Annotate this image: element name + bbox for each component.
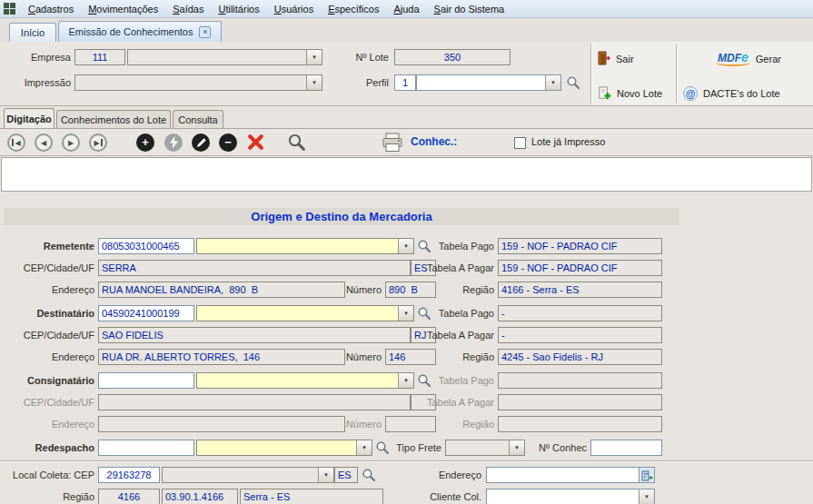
first-glyph: ◀ [15,139,20,147]
cliente-col-combo[interactable]: ▼ [486,489,655,504]
impressao-label: Impressão [7,74,71,91]
post-record-icon[interactable] [164,133,183,152]
novo-lote-button[interactable]: Novo Lote [598,84,662,104]
mdfe-logo-e: e [741,50,749,64]
gerar-button[interactable]: MDFe Gerar [716,49,781,69]
tab-emissao-de-conhecimentos[interactable]: Emissão de Conhecimentos × [58,21,222,42]
impressao-combo[interactable]: Digitação com Impressão em Lote ▼ [74,74,322,91]
close-icon[interactable]: × [199,26,211,38]
remetente-doc-input[interactable]: 08053031000465 [98,238,194,254]
chevron-down-icon[interactable]: ▼ [318,468,333,482]
coleta-regiao-cod-field: 4166 [98,489,160,504]
destinatario-tabela-pago-field: - [498,305,662,321]
search-icon[interactable] [566,75,580,90]
menu-cadastros[interactable]: Cadastros [21,2,81,16]
numero-label: Número [345,416,382,432]
menu-sair-do-sistema[interactable]: Sair do Sistema [427,2,512,16]
record-toolbar: ◀ ◀ ▶ ▶ + − Conhec.: Lote já Impresso [0,128,813,156]
menu-ajuda[interactable]: Ajuda [386,2,426,16]
last-glyph: ▶ [94,139,99,147]
redespacho-name-combo[interactable]: ▼ [196,440,372,456]
tab-consulta[interactable]: Consulta [173,110,223,128]
lote-impresso-checkbox[interactable] [514,137,526,149]
consignatario-regiao-field [498,416,662,432]
coleta-regiao-label: Região [0,489,94,504]
new-lote-icon [598,86,611,102]
tab-conhecimentos-do-lote[interactable]: Conhecimentos do Lote [56,110,171,128]
mdfe-logo: MDFe [716,50,750,68]
redespacho-doc-input[interactable] [98,440,194,456]
empresa-name-combo[interactable]: )... ▼ [127,49,322,65]
menu-especificos[interactable]: Específicos [321,2,386,16]
lote-label: Nº Lote [336,49,389,65]
regiao-label: Região [420,416,494,432]
chevron-down-icon[interactable]: ▼ [306,50,322,64]
chevron-down-icon[interactable]: ▼ [545,75,560,90]
tab-digitacao[interactable]: Digitação [4,108,55,128]
tipo-frete-combo[interactable]: A Pagar ▼ [445,440,525,456]
consignatario-tabela-pago-field [498,372,662,389]
destinatario-endereco-field: RUA DR. ALBERTO TORRES, 146 [98,349,345,365]
dacte-button[interactable]: @ DACTE's do Lote [683,84,780,104]
chevron-down-icon[interactable]: ▼ [306,75,322,90]
divider [0,460,813,462]
sub-tab-strip: Digitação Conhecimentos do Lote Consulta [0,106,813,128]
delete-record-icon[interactable]: − [219,133,237,152]
menu-movimentacoes[interactable]: Movimentações [81,2,165,16]
last-record-icon[interactable]: ▶ [89,133,107,152]
endereco-label: Endereço [4,416,94,432]
consignatario-label: Consignatário [4,372,94,389]
tab-conhecimentos-label: Conhecimentos do Lote [61,114,166,125]
consignatario-doc-input[interactable] [98,372,194,389]
destinatario-doc-input[interactable]: 04590241000199 [98,305,194,321]
divider [590,44,592,104]
cep-cidade-uf-label: CEP/Cidade/UF [4,394,94,410]
search-record-icon[interactable] [287,133,306,152]
no-conhec-input[interactable] [590,440,662,456]
chevron-down-icon[interactable]: ▼ [398,306,413,321]
cep-cidade-uf-label: CEP/Cidade/UF [4,327,94,343]
chevron-down-icon[interactable]: ▼ [398,373,413,388]
print-icon[interactable] [382,133,403,153]
remetente-label: Remetente [4,238,94,254]
prior-record-icon[interactable]: ◀ [35,133,53,152]
consignatario-name-combo[interactable]: ▼ [196,372,414,389]
tab-inicio[interactable]: Início [9,23,56,42]
remetente-name-combo[interactable]: ▼ [196,238,414,254]
dacte-icon: @ [683,86,698,101]
mdfe-logo-text: MDF [718,52,741,64]
empresa-code-field[interactable]: 111 [74,49,125,65]
next-record-icon[interactable]: ▶ [62,133,80,152]
search-icon[interactable] [362,468,376,482]
menu-saidas[interactable]: Saídas [165,2,211,16]
conhecimento-entry-area[interactable] [1,157,812,192]
chevron-down-icon[interactable]: ▼ [356,440,372,455]
cancel-icon[interactable] [246,133,265,152]
chevron-down-icon[interactable]: ▼ [398,239,413,253]
lote-field[interactable]: 350 [394,49,511,65]
add-record-icon[interactable]: + [136,133,154,152]
perfil-combo[interactable]: SUPERVISOR ▼ [416,74,561,91]
address-browse-icon[interactable] [639,468,654,482]
edit-record-icon[interactable] [192,133,210,152]
perfil-code-field[interactable]: 1 [394,74,416,91]
sair-button[interactable]: Sair [598,49,634,69]
tab-strip: Início Emissão de Conhecimentos × [0,18,813,42]
redespacho-label: Redespacho [4,440,94,456]
destinatario-name-combo[interactable]: S S LTDA ▼ [196,305,414,321]
lote-impresso-label: Lote já Impresso [531,136,605,147]
destinatario-cidade-field: SAO FIDELIS [98,327,411,343]
first-record-icon[interactable]: ◀ [7,133,25,152]
chevron-down-icon[interactable]: ▼ [639,489,654,504]
coleta-cep-input[interactable]: 29163278 [98,467,160,483]
chevron-down-icon[interactable]: ▼ [509,440,524,455]
menu-utilitarios[interactable]: Utilitários [211,2,266,16]
cep-cidade-uf-label: CEP/Cidade/UF [4,260,94,276]
coleta-endereco-input[interactable] [486,467,655,483]
app-icon [4,3,15,15]
tab-inicio-label: Início [21,27,45,38]
coleta-cidade-combo[interactable]: SERRA ▼ [162,467,334,483]
section-title: Origem e Destino da Mercadoria [4,208,679,225]
search-icon[interactable] [375,440,390,455]
menu-usuarios[interactable]: Usuários [267,2,321,16]
